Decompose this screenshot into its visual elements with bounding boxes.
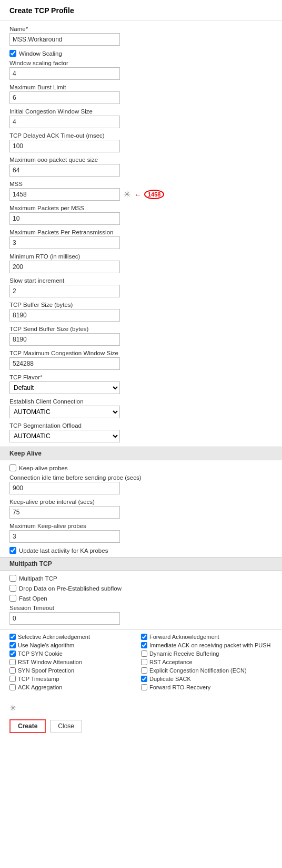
initial-congestion-input[interactable] [9, 116, 120, 128]
connection-idle-input[interactable] [9, 482, 120, 494]
window-scaling-row: Window Scaling [9, 50, 273, 57]
checkbox-left-label: TCP Timestamp [18, 676, 59, 682]
window-scaling-checkbox[interactable] [9, 50, 16, 57]
create-button[interactable]: Create [9, 719, 46, 733]
max-probes-input[interactable] [9, 530, 120, 543]
tcp-segmentation-select[interactable]: AUTOMATIC [9, 430, 120, 442]
tcp-delayed-ack-input[interactable] [9, 140, 120, 152]
checkbox-left-item: SYN Spoof Protection [9, 667, 141, 674]
slow-start-input[interactable] [9, 285, 120, 297]
page-title: Create TCP Profile [0, 0, 282, 20]
window-scaling-factor-group: Window scaling factor [9, 60, 273, 80]
window-scaling-label: Window Scaling [19, 50, 62, 57]
drop-data-label: Drop Data on Pre-Established subflow [19, 585, 122, 592]
tcp-segmentation-label: TCP Segmentation Offload [9, 422, 273, 429]
multipath-tcp-row: Multipath TCP [9, 575, 273, 582]
bottom-checkboxes: Selective AcknowledgementUse Nagle's alg… [0, 629, 282, 695]
establish-client-label: Establish Client Connection [9, 398, 273, 405]
checkbox-right-1[interactable] [141, 642, 147, 648]
mss-arrow-icon: ← [134, 191, 141, 199]
max-packets-retrans-group: Maximum Packets Per Retransmission [9, 229, 273, 249]
min-rto-label: Minimum RTO (in millisec) [9, 253, 273, 260]
multipath-tcp-label: Multipath TCP [19, 575, 57, 582]
tcp-buffer-input[interactable] [9, 309, 120, 322]
checkbox-right-2[interactable] [141, 650, 147, 657]
mss-group: MSS ✳ ← 1458 [9, 181, 273, 201]
tcp-segmentation-group: TCP Segmentation Offload AUTOMATIC [9, 422, 273, 442]
checkbox-left-label: ACK Aggregation [18, 684, 62, 690]
checkbox-left-label: TCP SYN Cookie [18, 650, 63, 657]
spinner-icon: ✳ [9, 703, 16, 713]
multipath-tcp-checkbox[interactable] [9, 575, 16, 582]
checkbox-col-left: Selective AcknowledgementUse Nagle's alg… [9, 634, 141, 690]
drop-data-checkbox[interactable] [9, 585, 16, 592]
tcp-max-congestion-input[interactable] [9, 357, 120, 370]
checkbox-right-item: Forward Acknowledgement [141, 634, 273, 640]
checkbox-right-6[interactable] [141, 684, 147, 690]
min-rto-input[interactable] [9, 261, 120, 273]
tcp-send-buffer-label: TCP Send Buffer Size (bytes) [9, 326, 273, 332]
keep-alive-section-header: Keep Alive [0, 447, 282, 460]
tcp-send-buffer-input[interactable] [9, 333, 120, 346]
session-timeout-input[interactable] [9, 612, 120, 625]
checkbox-right-0[interactable] [141, 634, 147, 640]
checkbox-col-right: Forward AcknowledgementImmediate ACK on … [141, 634, 273, 690]
checkbox-right-item: Forward RTO-Recovery [141, 684, 273, 690]
name-input[interactable] [9, 33, 120, 46]
checkbox-left-4[interactable] [9, 667, 16, 674]
checkbox-right-item: Explicit Congestion Notification (ECN) [141, 667, 273, 674]
button-row: Create Close [0, 714, 282, 740]
tcp-flavor-select[interactable]: Default [9, 381, 120, 394]
checkbox-right-item: RST Acceptance [141, 659, 273, 665]
window-scaling-factor-input[interactable] [9, 67, 120, 80]
max-packets-retrans-input[interactable] [9, 236, 120, 249]
mss-input[interactable] [9, 188, 120, 201]
max-packets-mss-label: Maximum Packets per MSS [9, 205, 273, 211]
update-last-label: Update last activity for KA probes [19, 547, 108, 554]
fast-open-checkbox[interactable] [9, 595, 16, 602]
initial-congestion-label: Initial Congestion Window Size [9, 108, 273, 115]
max-packets-mss-group: Maximum Packets per MSS [9, 205, 273, 225]
tcp-flavor-group: TCP Flavor* Default [9, 374, 273, 394]
checkbox-left-label: Selective Acknowledgement [18, 634, 90, 640]
max-ooo-group: Maximum ooo packet queue size [9, 157, 273, 177]
multipath-section-header: Multipath TCP [0, 557, 282, 571]
connection-idle-label: Connection idle time before sending prob… [9, 474, 273, 481]
keep-alive-probes-checkbox[interactable] [9, 464, 16, 471]
checkbox-left-1[interactable] [9, 642, 16, 648]
probe-interval-group: Keep-alive probe interval (secs) [9, 499, 273, 519]
checkbox-left-item: TCP SYN Cookie [9, 650, 141, 657]
keep-alive-probes-label: Keep-alive probes [19, 465, 68, 471]
checkbox-right-5[interactable] [141, 676, 147, 682]
max-ooo-label: Maximum ooo packet queue size [9, 157, 273, 163]
checkbox-right-label: Explicit Congestion Notification (ECN) [149, 667, 247, 674]
checkbox-left-2[interactable] [9, 650, 16, 657]
establish-client-group: Establish Client Connection AUTOMATIC [9, 398, 273, 418]
close-button[interactable]: Close [50, 720, 82, 732]
checkbox-left-item: RST Window Attenuation [9, 659, 141, 665]
max-burst-input[interactable] [9, 91, 120, 104]
window-scaling-factor-label: Window scaling factor [9, 60, 273, 66]
max-ooo-input[interactable] [9, 164, 120, 177]
checkbox-left-label: RST Window Attenuation [18, 659, 82, 665]
max-burst-label: Maximum Burst Limit [9, 84, 273, 90]
checkbox-left-label: SYN Spoof Protection [18, 667, 74, 674]
mss-row: ✳ ← 1458 [9, 188, 273, 201]
establish-client-select[interactable]: AUTOMATIC [9, 406, 120, 418]
checkbox-right-item: Dynamic Receive Buffering [141, 650, 273, 657]
checkbox-left-0[interactable] [9, 634, 16, 640]
probe-interval-input[interactable] [9, 506, 120, 519]
checkbox-right-label: Immediate ACK on receiving packet with P… [149, 642, 271, 648]
checkbox-right-label: Forward Acknowledgement [149, 634, 219, 640]
tcp-flavor-label: TCP Flavor* [9, 374, 273, 380]
max-packets-mss-input[interactable] [9, 212, 120, 225]
checkbox-right-3[interactable] [141, 659, 147, 665]
checkbox-left-item: TCP Timestamp [9, 676, 141, 682]
checkbox-left-5[interactable] [9, 676, 16, 682]
checkbox-left-3[interactable] [9, 659, 16, 665]
update-last-checkbox[interactable] [9, 547, 16, 554]
slow-start-group: Slow start increment [9, 277, 273, 297]
checkbox-left-6[interactable] [9, 684, 16, 690]
checkbox-right-label: Duplicate SACK [149, 676, 191, 682]
checkbox-right-4[interactable] [141, 667, 147, 674]
